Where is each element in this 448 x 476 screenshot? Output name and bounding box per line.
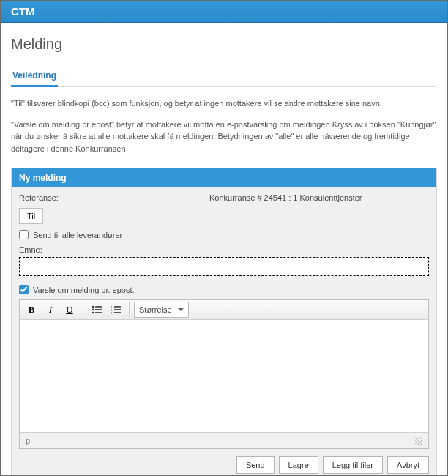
notify-email-label: Varsle om melding pr. epost. [33,286,135,294]
toolbar-separator [129,302,130,317]
save-button[interactable]: Lagre [279,456,318,474]
svg-rect-5 [95,312,102,313]
titlebar: CTM [1,1,447,23]
italic-button[interactable]: I [42,302,59,318]
svg-point-0 [92,305,94,308]
guidance-p1: "Til" tilsvarer blindkopi (bcc) som funk… [11,97,437,110]
notify-email-checkbox[interactable] [19,285,29,294]
subject-input[interactable] [19,257,429,276]
send-all-checkbox[interactable] [19,230,29,239]
editor-statusbar: p [20,432,428,448]
bullet-list-icon [92,305,102,314]
reference-value: Konkurranse # 24541 : 1 Konsulenttjenste… [209,193,429,202]
editor-path: p [26,436,30,445]
svg-rect-1 [95,306,102,308]
tab-row: Veiledning [11,66,437,87]
message-body-input[interactable] [20,320,428,430]
svg-point-2 [92,308,94,310]
action-buttons: Send Lagre Legg til filer Avbryt [19,456,429,474]
guidance-p2: "Varsle om melding pr epost" betyr at mo… [11,119,437,155]
new-message-panel: Ny melding Referanse: Konkurranse # 2454… [11,168,437,476]
svg-rect-3 [95,309,102,310]
app-name: CTM [11,5,35,18]
send-button[interactable]: Send [236,456,275,474]
svg-rect-9 [114,309,121,310]
svg-rect-7 [114,306,121,308]
subject-label: Emne: [19,245,429,254]
svg-point-4 [92,311,94,313]
bullet-list-button[interactable] [88,302,105,318]
chevron-down-icon [178,308,184,311]
reference-label: Referanse: [19,193,209,202]
panel-header: Ny melding [12,168,436,187]
guidance-text: "Til" tilsvarer blindkopi (bcc) som funk… [11,97,437,155]
svg-rect-11 [114,312,121,313]
attach-files-button[interactable]: Legg til filer [323,456,383,474]
resize-handle-icon[interactable] [415,437,422,445]
page-title: Melding [11,36,437,53]
editor-toolbar: B I U [20,300,428,320]
number-list-button[interactable]: 1 2 3 [107,302,124,318]
font-size-dropdown[interactable]: Størrelse [134,302,189,318]
send-all-label: Send til alle leverandører [33,231,122,239]
bold-button[interactable]: B [23,302,40,318]
underline-button[interactable]: U [61,302,78,318]
tab-guidance[interactable]: Veiledning [11,66,58,87]
app-window: CTM Melding Veiledning "Til" tilsvarer b… [0,0,448,476]
rich-text-editor: B I U [19,299,429,449]
cancel-button[interactable]: Avbryt [387,456,429,474]
toolbar-separator [83,302,83,317]
to-button[interactable]: Til [19,208,43,224]
svg-text:3: 3 [111,311,113,314]
font-size-label: Størrelse [139,305,172,314]
number-list-icon: 1 2 3 [111,305,121,314]
